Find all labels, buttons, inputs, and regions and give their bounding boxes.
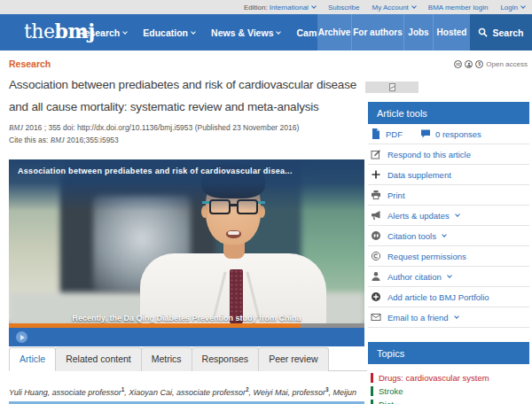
edition-label: Edition:: [244, 4, 268, 12]
nav-hosted[interactable]: Hosted: [433, 14, 470, 50]
play-button[interactable]: [16, 331, 27, 343]
citation-line: BMJ 2016 ; 355 doi: http://dx.doi.org/10…: [9, 123, 299, 132]
chevron-down-icon: [122, 29, 128, 35]
plus-circle-icon: [371, 291, 381, 302]
search-button[interactable]: Search: [470, 14, 532, 50]
video-controls: [9, 328, 364, 346]
cc-nc-icon: $: [475, 60, 483, 68]
author[interactable]: Yuli Huang, associate professor1: [9, 388, 124, 397]
main-nav: thebmj Research Education News & Views C…: [0, 14, 532, 50]
chevron-down-icon: [454, 314, 459, 319]
tab-peer-review[interactable]: Peer review: [258, 347, 328, 371]
topic-color-bar: [371, 373, 373, 383]
bmj-article-page: Edition: International Subscribe My Acco…: [0, 0, 532, 404]
open-access-badge: cc $ Open access: [454, 60, 528, 68]
topic-drugs-cardiovascular[interactable]: Drugs: cardiovascular system: [371, 371, 529, 384]
bma-member-login-link[interactable]: BMA member login: [428, 4, 489, 12]
topic-stroke[interactable]: Stroke: [371, 385, 529, 397]
open-access-label: Open access: [486, 60, 528, 68]
speaker-teeth: [228, 231, 239, 235]
speaker-mouth: [226, 230, 241, 238]
pdf-responses-row: PDF 0 responses: [368, 124, 529, 144]
comment-icon: [420, 128, 431, 139]
topic-list: Drugs: cardiovascular system Stroke Diet: [368, 364, 529, 404]
copyright-icon: [371, 251, 381, 261]
secondary-nav: Archive For authors Jobs Hosted: [317, 14, 470, 50]
chevron-down-icon: [311, 4, 317, 9]
utility-bar: Edition: International Subscribe My Acco…: [0, 0, 532, 14]
topic-diet[interactable]: Diet: [371, 398, 529, 404]
print-row[interactable]: Print: [368, 185, 529, 206]
chevron-down-icon: [520, 4, 526, 9]
author-citation-row[interactable]: Author citation: [368, 267, 529, 287]
respond-to-article-row[interactable]: Respond to this article: [368, 144, 529, 165]
journal-name: BMJ: [51, 136, 65, 144]
article-tools-header: Article tools: [368, 102, 529, 124]
alerts-updates-row[interactable]: Alerts & updates: [368, 206, 529, 226]
pdf-icon: [371, 128, 381, 139]
responses-link[interactable]: 0 responses: [435, 129, 481, 139]
citation-icon: [371, 230, 381, 241]
video-subtitle: Recently, the Da Qing Diabetes Preventio…: [9, 314, 364, 323]
nav-news-views[interactable]: News & Views: [211, 27, 280, 38]
video-title-overlay: Association between prediabetes and risk…: [9, 159, 364, 211]
video-frame: Association between prediabetes and risk…: [9, 159, 364, 323]
broken-image-icon: [389, 83, 395, 91]
tab-metrics[interactable]: Metrics: [141, 347, 192, 371]
video-progress-fill: [9, 323, 301, 328]
alerts-icon: [371, 210, 381, 221]
person-icon: [371, 271, 381, 282]
print-icon: [371, 190, 381, 200]
primary-nav: Research Education News & Views Campaign…: [78, 14, 347, 50]
search-icon: [478, 27, 488, 37]
author[interactable]: , Xiaoyan Cai, associate professor2: [124, 388, 248, 397]
chevron-down-icon: [447, 273, 452, 278]
tab-article[interactable]: Article: [9, 347, 56, 371]
video-player[interactable]: Association between prediabetes and risk…: [9, 159, 364, 346]
nav-archive[interactable]: Archive: [317, 14, 351, 50]
pdf-link[interactable]: PDF: [386, 129, 403, 139]
author[interactable]: , Weiyi Mai, professor3: [249, 388, 329, 397]
ad-placeholder: [365, 82, 419, 93]
respond-icon: [371, 149, 381, 159]
article-title-line1: Association between prediabetes and risk…: [9, 78, 367, 91]
topics-header: Topics: [368, 342, 529, 364]
plus-icon: [371, 169, 381, 180]
cc-by-icon: [465, 60, 473, 68]
tab-responses[interactable]: Responses: [192, 347, 260, 371]
nav-education[interactable]: Education: [143, 27, 195, 38]
article-tools-panel: Article tools PDF 0 responses Respond to…: [368, 102, 529, 328]
request-permissions-row[interactable]: Request permissions: [368, 246, 529, 267]
nav-for-authors[interactable]: For authors: [351, 14, 403, 50]
citation-tools-row[interactable]: Citation tools: [368, 226, 529, 246]
cc-icon: cc: [454, 60, 462, 68]
cite-as-line: Cite this as: BMJ 2016;355:i5953: [9, 136, 119, 144]
chevron-down-icon: [442, 232, 447, 237]
chevron-down-icon: [455, 212, 460, 217]
data-supplement-row[interactable]: Data supplement: [368, 165, 529, 185]
nav-research[interactable]: Research: [78, 27, 127, 38]
video-title: Association between prediabetes and risk…: [18, 167, 355, 175]
topics-panel: Topics Drugs: cardiovascular system Stro…: [368, 342, 529, 404]
email-to-friend-row[interactable]: Email to a friend: [368, 307, 529, 328]
edition-select[interactable]: International: [270, 4, 316, 12]
article-tabs: Article Related content Metrics Response…: [9, 347, 367, 371]
nav-jobs[interactable]: Jobs: [403, 14, 433, 50]
chevron-down-icon: [191, 29, 196, 35]
tab-related-content[interactable]: Related content: [55, 347, 142, 371]
chevron-down-icon: [277, 29, 282, 35]
chevron-down-icon: [411, 4, 417, 9]
subscribe-link[interactable]: Subscribe: [328, 4, 360, 12]
topic-color-bar: [371, 400, 373, 404]
my-account-link[interactable]: My Account: [372, 4, 415, 12]
journal-name: BMJ: [9, 123, 23, 132]
play-icon: [20, 335, 25, 340]
add-to-portfolio-row[interactable]: Add article to BMJ Portfolio: [368, 287, 529, 307]
envelope-icon: [371, 312, 381, 322]
article-title-line2: and all cause mortality: systematic revi…: [9, 100, 367, 113]
video-progress-bar[interactable]: [9, 323, 364, 328]
section-label: Research: [9, 58, 51, 69]
topic-color-bar: [371, 386, 373, 396]
edition-group: Edition: International: [244, 4, 316, 12]
login-link[interactable]: Login: [500, 4, 525, 12]
